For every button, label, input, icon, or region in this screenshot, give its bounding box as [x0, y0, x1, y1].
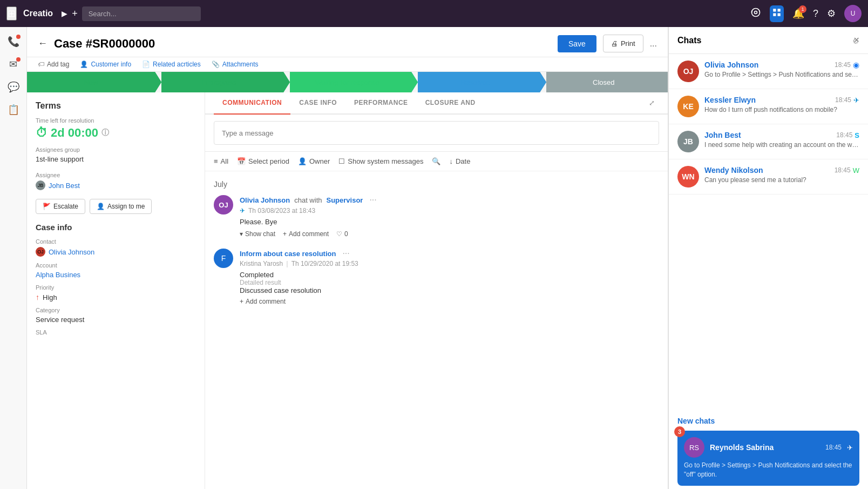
message-input[interactable]: [214, 121, 659, 145]
escalate-button[interactable]: 🚩 Escalate: [36, 199, 85, 214]
chat-item-john[interactable]: JB John Best 18:45 S I need some help wi…: [669, 124, 868, 159]
msg-target-1[interactable]: Supervisor: [327, 196, 363, 204]
tab-communication[interactable]: COMMUNICATION: [214, 92, 290, 115]
new-chat-item-reynolds[interactable]: 3 RS Reynolds Sabrina 18:45 ✈ Go to Prof…: [677, 431, 859, 486]
chat-name-john: John Best: [704, 131, 741, 139]
chat-name-row-olivia: Olivia Johnson 18:45 ◉: [704, 61, 859, 69]
services-icon-btn[interactable]: [750, 7, 761, 21]
play-button[interactable]: ▶: [62, 9, 67, 18]
attachments-link[interactable]: 📎 Attachments: [212, 61, 259, 68]
user-avatar[interactable]: U: [844, 5, 862, 22]
settings-panel-icon[interactable]: ⚙: [852, 37, 859, 45]
owner-icon: 👤: [298, 157, 307, 165]
filter-search[interactable]: 🔍: [432, 157, 440, 165]
like-btn-1[interactable]: ♡ 0: [336, 230, 348, 238]
add-comment-btn-task[interactable]: + Add comment: [240, 298, 659, 305]
contact-value[interactable]: Olivia Johnson: [49, 248, 94, 256]
msg-more-1[interactable]: ···: [369, 195, 376, 205]
chat-icon-btn[interactable]: 💬: [3, 77, 24, 97]
chat-item-olivia[interactable]: OJ Olivia Johnson 18:45 ◉ Go to Profile …: [669, 54, 868, 89]
more-options-button[interactable]: ...: [650, 39, 657, 49]
chat-item-kessler[interactable]: KE Kessler Elwyn 18:45 ✈ How do I turn o…: [669, 89, 868, 124]
chat-name-kessler: Kessler Elwyn: [704, 96, 756, 104]
tab-case-info[interactable]: CASE INFO: [290, 92, 345, 115]
filter-system-messages[interactable]: ☐ Show system messages: [338, 157, 423, 165]
msg-action-1: chat with: [294, 196, 322, 204]
new-chat-header: RS Reynolds Sabrina 18:45 ✈: [684, 437, 853, 458]
terms-section: Terms Time left for resolution ⏱ 2d 00:0…: [36, 101, 196, 214]
chat-msg-john: I need some help with creating an accoun…: [704, 141, 859, 149]
tab-performance[interactable]: PERFORMANCE: [345, 92, 417, 115]
add-button[interactable]: +: [72, 8, 78, 19]
assignee-value[interactable]: John Best: [49, 182, 80, 190]
msg-author-1[interactable]: Olivia Johnson: [240, 196, 290, 204]
email-icon-btn[interactable]: ✉: [3, 54, 24, 75]
task-date-1: Th 10/29/2020 at 19:53: [291, 260, 358, 267]
task-title-1[interactable]: Inform about case resolution: [240, 250, 336, 258]
show-chat-btn[interactable]: ▾ Show chat: [240, 230, 275, 238]
assignee-row: JB John Best: [36, 180, 196, 190]
help-icon-btn[interactable]: ?: [813, 8, 818, 19]
add-comment-btn-1[interactable]: + Add comment: [283, 230, 329, 238]
new-chat-name-reynolds: Reynolds Sabrina: [710, 443, 820, 452]
notifications-icon-btn[interactable]: 🔔 1: [792, 8, 804, 19]
chat-item-wendy[interactable]: WN Wendy Nikolson 18:45 W Can you please…: [669, 159, 868, 195]
filter-all[interactable]: ≡ All: [214, 157, 228, 165]
tab-expand-icon[interactable]: ⤢: [645, 92, 659, 113]
status-resolved[interactable]: Resolved: [411, 72, 539, 92]
phone-icon-btn[interactable]: 📞: [3, 31, 24, 52]
tasks-icon-btn[interactable]: 📋: [3, 99, 24, 120]
case-panel: ⚙ ← Case #SR0000000 Save 🖨 Print ... 🏷 A…: [27, 27, 668, 489]
phone-badge: [16, 35, 21, 39]
filter-owner[interactable]: 👤 Owner: [298, 157, 330, 165]
articles-icon: 📄: [142, 61, 150, 68]
customer-info-link[interactable]: 👤 Customer info: [80, 61, 131, 68]
contact-label: Contact: [36, 238, 196, 245]
timer-display: ⏱ 2d 00:00 ⓘ: [36, 126, 196, 140]
add-tag-button[interactable]: 🏷 Add tag: [38, 61, 69, 68]
plus-icon: +: [283, 230, 287, 238]
msg-time-1: Th 03/08/2023 at 18:43: [248, 207, 315, 215]
apps-icon-btn[interactable]: [770, 5, 784, 22]
category-section: Category Service request: [36, 307, 196, 324]
grid-icon-btn[interactable]: ⊞: [6, 6, 17, 21]
escalate-icon: 🚩: [43, 203, 51, 210]
timer-info-icon[interactable]: ⓘ: [101, 128, 109, 138]
account-section: Account Alpha Busines: [36, 262, 196, 279]
notification-badge: 1: [799, 5, 806, 13]
new-chat-msg-reynolds: Go to Profile > Settings > Push Notifica…: [684, 461, 853, 479]
save-button[interactable]: Save: [558, 35, 596, 52]
task-more-1[interactable]: ···: [342, 249, 349, 258]
account-value[interactable]: Alpha Busines: [36, 271, 80, 279]
status-inprogress[interactable]: In progress: [155, 72, 283, 92]
contact-avatar: OJ: [36, 247, 45, 257]
priority-icon: ↑: [36, 293, 39, 302]
svg-rect-3: [773, 13, 776, 16]
new-chat-time-reynolds: 18:45: [825, 444, 842, 451]
category-value: Service request: [36, 316, 84, 324]
assign-to-me-button[interactable]: 👤 Assign to me: [90, 199, 152, 214]
chat-name-row-john: John Best 18:45 S: [704, 131, 859, 139]
tab-closure[interactable]: CLOSURE AND: [417, 92, 484, 115]
search-input[interactable]: [82, 6, 201, 21]
chat-avatar-wendy: WN: [677, 166, 699, 187]
settings-icon-btn[interactable]: ⚙: [827, 8, 836, 19]
new-chat-avatar-reynolds: RS: [684, 437, 704, 458]
msg-header-1: Olivia Johnson chat with Supervisor ···: [240, 195, 659, 205]
tags-row: 🏷 Add tag 👤 Customer info 📄 Related acrt…: [27, 57, 668, 72]
messenger-icon-olivia: ◉: [853, 61, 859, 69]
contact-row: OJ Olivia Johnson: [36, 247, 196, 257]
task-result-label-1: Detailed result: [240, 279, 659, 286]
task-result-value-1: Discussed case resolution: [240, 286, 659, 294]
status-closed[interactable]: Closed: [540, 72, 668, 92]
assignee-label: Assignee: [36, 172, 196, 178]
related-articles-link[interactable]: 📄 Related acrticles: [142, 61, 201, 68]
status-new[interactable]: New: [27, 72, 155, 92]
status-waiting[interactable]: Waiting for response: [283, 72, 411, 92]
heart-icon: ♡: [336, 230, 342, 238]
print-button[interactable]: 🖨 Print: [603, 35, 643, 52]
filter-date[interactable]: ↓ Date: [449, 157, 470, 165]
back-button[interactable]: ←: [38, 38, 48, 49]
filter-period[interactable]: 📅 Select period: [237, 157, 289, 165]
svg-rect-1: [773, 9, 776, 11]
